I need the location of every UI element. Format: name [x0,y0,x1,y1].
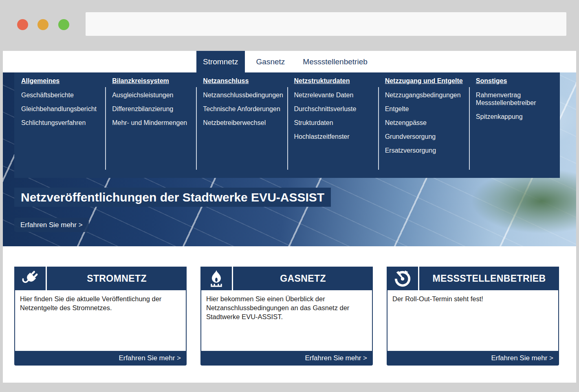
card-gasnetz: GASNETZHier bekommen Sie einen Überblick… [200,267,373,366]
card-title: STROMNETZ [47,267,187,290]
menu-item[interactable]: Rahmenvertrag Messstellenbetreiber [476,91,557,107]
menu-item[interactable]: Gleichbehandlungsbericht [21,105,102,113]
card-stromnetz: STROMNETZHier finden Sie die aktuelle Ve… [14,267,187,366]
card-body-text: Der Roll-Out-Termin steht fest! [387,290,559,351]
menu-item[interactable]: Differenzbilanzierung [112,105,193,113]
menu-column: NetzstrukturdatenNetzrelevante DatenDurc… [287,72,378,178]
gauge-icon [387,267,418,290]
menu-item[interactable]: Schlichtungsverfahren [21,119,102,127]
menu-column: AllgemeinesGeschäftsberichteGleichbehand… [14,72,105,178]
cards-row: STROMNETZHier finden Sie die aktuelle Ve… [14,267,559,366]
menu-column: BilanzkreissystemAusgleichsleistungenDif… [105,72,196,178]
card-title: MESSSTELLENBETRIEB [419,267,559,290]
page-title: Netzveröffentlichungen der Stadtwerke EV… [14,188,331,207]
menu-column: SonstigesRahmenvertrag Messstellenbetrei… [469,72,560,178]
menu-item[interactable]: Entgelte [385,105,466,113]
menu-item[interactable]: Grundversorgung [385,133,466,140]
menu-item[interactable]: Hochlastzeitfenster [294,133,375,140]
flame-icon [200,267,232,290]
menu-item[interactable]: Technische Anforderungen [203,105,284,113]
close-button[interactable] [17,19,28,30]
card-header: STROMNETZ [14,267,187,290]
menu-item[interactable]: Strukturdaten [294,119,375,127]
browser-chrome [0,0,579,51]
card-header: GASNETZ [200,267,373,290]
mega-menu: AllgemeinesGeschäftsberichteGleichbehand… [14,72,560,178]
menu-column: Netzzugang und EntgelteNetzzugangsbeding… [378,72,469,178]
menu-column-header[interactable]: Netzstrukturdaten [294,77,375,85]
card-messstellenbetrieb: MESSSTELLENBETRIEBDer Roll-Out-Termin st… [387,267,559,366]
zoom-button[interactable] [58,19,69,30]
card-title: GASNETZ [233,267,373,290]
card-header: MESSSTELLENBETRIEB [387,267,559,290]
menu-column-header[interactable]: Sonstiges [476,77,557,85]
main-navigation: StromnetzGasnetzMessstellenbetrieb [3,51,576,72]
card-learn-more-link[interactable]: Erfahren Sie mehr > [200,351,373,366]
tab-messstellenbetrieb[interactable]: Messstellenbetrieb [296,51,374,72]
page-window: Netzveröffentlichungen der Stadtwerke EV… [3,51,576,383]
menu-item[interactable]: Spitzenkappung [476,113,557,120]
menu-column: NetzanschlussNetzanschlussbedingungenTec… [196,72,287,178]
card-learn-more-link[interactable]: Erfahren Sie mehr > [14,351,187,366]
menu-item[interactable]: Ersatzversorgung [385,147,466,154]
menu-column-header[interactable]: Netzzugang und Entgelte [385,77,466,85]
plug-icon [14,267,46,290]
menu-item[interactable]: Netzzugangsbedingungen [385,91,466,99]
hero-learn-more-button[interactable]: Erfahren Sie mehr > [14,218,89,232]
menu-column-header[interactable]: Allgemeines [21,77,102,85]
tab-stromnetz[interactable]: Stromnetz [196,51,245,72]
menu-item[interactable]: Netzrelevante Daten [294,91,375,99]
menu-column-header[interactable]: Netzanschluss [203,77,284,85]
card-learn-more-link[interactable]: Erfahren Sie mehr > [387,351,559,366]
menu-item[interactable]: Netzanschlussbedingungen [203,91,284,99]
menu-item[interactable]: Netzengpässe [385,119,466,127]
menu-item[interactable]: Netzbetreiberwechsel [203,119,284,127]
menu-column-header[interactable]: Bilanzkreissystem [112,77,193,85]
address-bar[interactable] [86,12,566,36]
menu-item[interactable]: Geschäftsberichte [21,91,102,99]
card-body-text: Hier finden Sie die aktuelle Veröffentli… [14,290,187,351]
menu-item[interactable]: Mehr- und Mindermengen [112,119,193,127]
menu-item[interactable]: Ausgleichsleistungen [112,91,193,99]
menu-item[interactable]: Durchschnittsverluste [294,105,375,113]
tab-gasnetz[interactable]: Gasnetz [250,51,292,72]
minimize-button[interactable] [37,19,48,30]
card-body-text: Hier bekommen Sie einen Überblick der Ne… [200,290,373,351]
nav-tabs: StromnetzGasnetzMessstellenbetrieb [196,51,379,72]
